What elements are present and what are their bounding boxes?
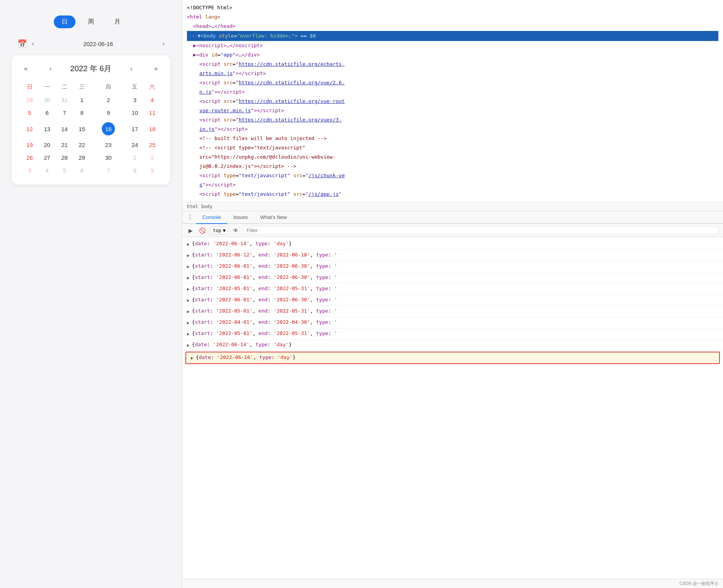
element-script-router-2[interactable]: vue-router.min.js"></script> (187, 106, 718, 115)
expand-triangle[interactable]: ▶ (187, 273, 190, 282)
expand-triangle[interactable]: ▶ (187, 240, 190, 248)
element-head[interactable]: <head>…</head> (187, 22, 718, 31)
element-script-vuex-2[interactable]: in.js"></script> (187, 125, 718, 134)
expand-triangle[interactable]: ▶ (187, 330, 190, 338)
expand-triangle[interactable]: ▶ (187, 262, 190, 271)
element-script-vue-1[interactable]: <script src="https://cdn.staticfile.org/… (187, 78, 718, 87)
element-body[interactable]: ···▼<body style="overflow: hidden;"> == … (187, 31, 718, 41)
element-html[interactable]: <html lang> (187, 12, 718, 22)
calendar-day[interactable]: 5 (56, 164, 73, 177)
console-line-9[interactable]: ▶ {start: '2022-05-01', end: '2022-05-31… (182, 328, 723, 340)
expand-triangle[interactable]: ▶ (187, 307, 190, 316)
calendar-day[interactable]: 18 (144, 119, 161, 138)
console-line-1[interactable]: ▶ {date: '2022-06-14', type: 'day'} (182, 239, 723, 250)
element-div-app[interactable]: ▶<div id="app">…</div> (187, 50, 718, 60)
breadcrumb-body[interactable]: body (201, 204, 212, 209)
calendar-day[interactable]: 25 (144, 138, 161, 151)
run-button[interactable]: ▶ (187, 227, 194, 234)
calendar-day[interactable]: 24 (126, 138, 144, 151)
calendar-day[interactable]: 7 (56, 106, 73, 119)
month-view-button[interactable]: 月 (106, 15, 128, 28)
tab-console[interactable]: Console (196, 211, 227, 224)
eye-button[interactable]: 👁 (231, 227, 240, 234)
calendar-day[interactable]: 28 (56, 151, 73, 164)
calendar-day[interactable]: 19 (21, 138, 38, 151)
calendar-day[interactable]: 8 (126, 164, 144, 177)
breadcrumb-html[interactable]: html (187, 204, 198, 209)
calendar-day[interactable]: 14 (56, 119, 73, 138)
element-script-echarts-1[interactable]: <script src="https://cdn.staticfile.org/… (187, 60, 718, 69)
date-next-button[interactable]: › (163, 40, 164, 47)
tab-issues[interactable]: Issues (227, 211, 254, 224)
calendar-day[interactable]: 23 (91, 138, 126, 151)
calendar-day[interactable]: 16 (91, 119, 126, 138)
calendar-day[interactable]: 13 (38, 119, 56, 138)
console-line-8[interactable]: ▶ {start: '2022-04-01', end: '2022-04-30… (182, 317, 723, 328)
calendar-day[interactable]: 4 (38, 164, 56, 177)
calendar-day[interactable]: 8 (73, 106, 91, 119)
calendar-day[interactable]: 30 (38, 94, 56, 106)
expand-triangle[interactable]: ▶ (191, 354, 194, 362)
expand-triangle[interactable]: ▶ (187, 341, 190, 349)
console-line-2[interactable]: ▶ {start: '2022-06-12', end: '2022-06-18… (182, 250, 723, 261)
element-script-router-1[interactable]: <script src="https://cdn.staticfile.org/… (187, 97, 718, 106)
expand-triangle[interactable]: ▶ (187, 285, 190, 293)
console-line-10[interactable]: ▶ {date: '2022-06-14', type: 'day'} (182, 340, 723, 351)
prev-month-button[interactable]: ‹ (46, 63, 55, 74)
context-selector[interactable]: top ▼ (210, 227, 228, 234)
calendar-day[interactable]: 3 (126, 94, 144, 106)
next-year-button[interactable]: » (151, 63, 161, 74)
element-script-chunk-1[interactable]: <script type="text/javascript" src="/js/… (187, 171, 718, 180)
calendar-day[interactable]: 2 (91, 94, 126, 106)
calendar-day[interactable]: 1 (126, 151, 144, 164)
calendar-day[interactable]: 29 (21, 94, 38, 106)
calendar-day[interactable]: 22 (73, 138, 91, 151)
calendar-day[interactable]: 1 (73, 94, 91, 106)
calendar-day[interactable]: 29 (73, 151, 91, 164)
day-view-button[interactable]: 日 (54, 15, 75, 28)
next-month-button[interactable]: › (127, 63, 135, 74)
console-line-6[interactable]: ▶ {start: '2022-06-01', end: '2022-06-30… (182, 295, 723, 306)
console-line-4[interactable]: ▶ {start: '2022-06-01', end: '2022-06-30… (182, 272, 723, 284)
calendar-day[interactable]: 11 (144, 106, 161, 119)
calendar-day[interactable]: 31 (56, 94, 73, 106)
console-line-3[interactable]: ▶ {start: '2022-06-01', end: '2022-06-30… (182, 261, 723, 272)
expand-triangle[interactable]: ▶ (187, 318, 190, 327)
filter-input[interactable] (243, 226, 718, 234)
element-noscript[interactable]: ▶<noscript>…</noscript> (187, 41, 718, 50)
calendar-day[interactable]: 17 (126, 119, 144, 138)
calendar-day[interactable]: 26 (21, 151, 38, 164)
element-script-vue-2[interactable]: n.js"></script> (187, 87, 718, 97)
calendar-day[interactable]: 4 (144, 94, 161, 106)
console-line-7[interactable]: ▶ {start: '2022-05-01', end: '2022-05-31… (182, 306, 723, 317)
expand-triangle[interactable]: ▶ (187, 251, 190, 260)
calendar-day[interactable]: 27 (38, 151, 56, 164)
calendar-day[interactable]: 2 (144, 151, 161, 164)
calendar-day[interactable]: 6 (73, 164, 91, 177)
calendar-day[interactable]: 20 (38, 138, 56, 151)
calendar-day[interactable]: 30 (91, 151, 126, 164)
calendar-day[interactable]: 10 (126, 106, 144, 119)
console-line-11-highlighted[interactable]: ▶ {date: '2022-06-16', type: 'day'} (185, 352, 720, 364)
expand-triangle[interactable]: ▶ (187, 296, 190, 304)
week-view-button[interactable]: 周 (80, 15, 102, 28)
prev-year-button[interactable]: « (21, 63, 31, 74)
date-prev-button[interactable]: ‹ (32, 40, 34, 47)
element-script-chunk-2[interactable]: s"></script> (187, 180, 718, 190)
calendar-day[interactable]: 7 (91, 164, 126, 177)
console-line-5[interactable]: ▶ {start: '2022-05-01', end: '2022-05-31… (182, 284, 723, 295)
calendar-day[interactable]: 3 (21, 164, 38, 177)
element-script-app[interactable]: <script type="text/javascript" src="/js/… (187, 190, 718, 199)
menu-icon[interactable]: ⋮ (187, 214, 193, 221)
calendar-day[interactable]: 9 (91, 106, 126, 119)
calendar-day[interactable]: 21 (56, 138, 73, 151)
calendar-day[interactable]: 9 (144, 164, 161, 177)
element-script-echarts-2[interactable]: arts.min.js"></script> (187, 69, 718, 78)
clear-button[interactable]: 🚫 (197, 227, 207, 234)
tab-whatsnew[interactable]: What's New (254, 211, 293, 224)
calendar-day[interactable]: 6 (38, 106, 56, 119)
calendar-day[interactable]: 5 (21, 106, 38, 119)
calendar-day[interactable]: 12 (21, 119, 38, 138)
element-script-vuex-1[interactable]: <script src="https://cdn.staticfile.org/… (187, 115, 718, 125)
calendar-day[interactable]: 15 (73, 119, 91, 138)
